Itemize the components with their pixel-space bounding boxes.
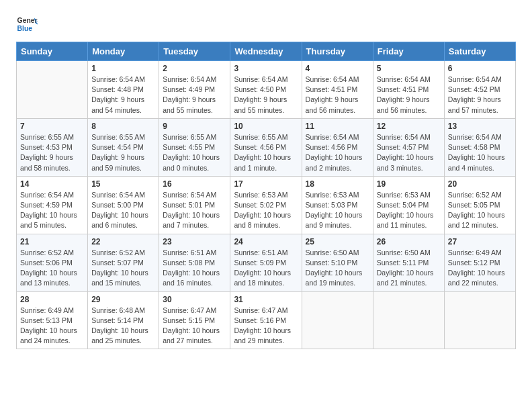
calendar-cell: 20Sunrise: 6:52 AM Sunset: 5:05 PM Dayli… — [444, 176, 515, 234]
day-number: 10 — [234, 122, 298, 131]
calendar-header-cell: Thursday — [302, 42, 373, 61]
calendar-header-cell: Wednesday — [230, 42, 302, 61]
calendar-cell: 22Sunrise: 6:52 AM Sunset: 5:07 PM Dayli… — [88, 234, 159, 291]
day-number: 31 — [234, 295, 298, 304]
calendar-cell: 31Sunrise: 6:47 AM Sunset: 5:16 PM Dayli… — [230, 291, 302, 349]
calendar-cell: 7Sunrise: 6:55 AM Sunset: 4:53 PM Daylig… — [17, 118, 88, 176]
day-number: 13 — [448, 122, 512, 131]
svg-text:Blue: Blue — [17, 25, 33, 32]
calendar-cell: 2Sunrise: 6:54 AM Sunset: 4:49 PM Daylig… — [159, 61, 230, 119]
day-number: 26 — [377, 237, 441, 246]
day-info: Sunrise: 6:52 AM Sunset: 5:06 PM Dayligh… — [20, 248, 84, 289]
day-number: 24 — [234, 237, 298, 246]
calendar-cell: 8Sunrise: 6:55 AM Sunset: 4:54 PM Daylig… — [88, 118, 159, 176]
calendar-cell: 26Sunrise: 6:50 AM Sunset: 5:11 PM Dayli… — [373, 234, 444, 291]
day-number: 9 — [163, 122, 226, 131]
day-info: Sunrise: 6:52 AM Sunset: 5:07 PM Dayligh… — [91, 248, 155, 289]
calendar-cell: 9Sunrise: 6:55 AM Sunset: 4:55 PM Daylig… — [159, 118, 230, 176]
calendar-header-cell: Monday — [88, 42, 159, 61]
day-info: Sunrise: 6:50 AM Sunset: 5:10 PM Dayligh… — [306, 248, 369, 289]
day-number: 17 — [234, 179, 298, 189]
day-info: Sunrise: 6:55 AM Sunset: 4:53 PM Dayligh… — [20, 132, 84, 173]
calendar-header-cell: Sunday — [17, 42, 88, 61]
day-info: Sunrise: 6:53 AM Sunset: 5:03 PM Dayligh… — [306, 190, 369, 231]
day-info: Sunrise: 6:54 AM Sunset: 4:49 PM Dayligh… — [163, 75, 226, 116]
header: General Blue — [16, 13, 516, 35]
day-number: 1 — [91, 64, 155, 73]
day-number: 11 — [306, 122, 369, 131]
calendar-header-cell: Friday — [373, 42, 444, 61]
calendar-cell: 14Sunrise: 6:54 AM Sunset: 4:59 PM Dayli… — [17, 176, 88, 234]
calendar-cell — [444, 291, 515, 349]
day-info: Sunrise: 6:54 AM Sunset: 5:01 PM Dayligh… — [163, 190, 226, 231]
day-info: Sunrise: 6:54 AM Sunset: 4:50 PM Dayligh… — [234, 75, 298, 116]
calendar-cell: 10Sunrise: 6:55 AM Sunset: 4:56 PM Dayli… — [230, 118, 302, 176]
calendar-week-row: 21Sunrise: 6:52 AM Sunset: 5:06 PM Dayli… — [17, 234, 516, 291]
calendar-cell: 28Sunrise: 6:49 AM Sunset: 5:13 PM Dayli… — [17, 291, 88, 349]
day-number: 16 — [163, 179, 226, 189]
day-number: 3 — [234, 64, 298, 73]
day-number: 23 — [163, 237, 226, 246]
day-info: Sunrise: 6:54 AM Sunset: 4:51 PM Dayligh… — [306, 75, 369, 116]
day-number: 18 — [306, 179, 369, 189]
day-number: 21 — [20, 237, 84, 246]
day-info: Sunrise: 6:54 AM Sunset: 4:51 PM Dayligh… — [377, 75, 441, 116]
calendar-cell: 6Sunrise: 6:54 AM Sunset: 4:52 PM Daylig… — [444, 61, 515, 119]
day-number: 14 — [20, 179, 84, 189]
calendar-cell: 12Sunrise: 6:54 AM Sunset: 4:57 PM Dayli… — [373, 118, 444, 176]
day-number: 29 — [91, 295, 155, 304]
calendar-cell: 1Sunrise: 6:54 AM Sunset: 4:48 PM Daylig… — [88, 61, 159, 119]
day-number: 30 — [163, 295, 226, 304]
day-number: 22 — [91, 237, 155, 246]
calendar-cell — [302, 291, 373, 349]
calendar-week-row: 7Sunrise: 6:55 AM Sunset: 4:53 PM Daylig… — [17, 118, 516, 176]
day-info: Sunrise: 6:54 AM Sunset: 4:56 PM Dayligh… — [306, 132, 369, 173]
calendar-cell: 24Sunrise: 6:51 AM Sunset: 5:09 PM Dayli… — [230, 234, 302, 291]
day-info: Sunrise: 6:55 AM Sunset: 4:55 PM Dayligh… — [163, 132, 226, 173]
calendar-cell: 5Sunrise: 6:54 AM Sunset: 4:51 PM Daylig… — [373, 61, 444, 119]
calendar-week-row: 28Sunrise: 6:49 AM Sunset: 5:13 PM Dayli… — [17, 291, 516, 349]
calendar-cell: 21Sunrise: 6:52 AM Sunset: 5:06 PM Dayli… — [17, 234, 88, 291]
day-info: Sunrise: 6:54 AM Sunset: 5:00 PM Dayligh… — [91, 190, 155, 231]
day-number: 20 — [448, 179, 512, 189]
day-info: Sunrise: 6:54 AM Sunset: 4:57 PM Dayligh… — [377, 132, 441, 173]
day-info: Sunrise: 6:55 AM Sunset: 4:56 PM Dayligh… — [234, 132, 298, 173]
calendar-week-row: 1Sunrise: 6:54 AM Sunset: 4:48 PM Daylig… — [17, 61, 516, 119]
day-info: Sunrise: 6:49 AM Sunset: 5:13 PM Dayligh… — [20, 306, 84, 347]
calendar-cell — [373, 291, 444, 349]
calendar-header-row: SundayMondayTuesdayWednesdayThursdayFrid… — [17, 42, 516, 61]
calendar-header-cell: Tuesday — [159, 42, 230, 61]
calendar-cell: 25Sunrise: 6:50 AM Sunset: 5:10 PM Dayli… — [302, 234, 373, 291]
day-info: Sunrise: 6:54 AM Sunset: 4:52 PM Dayligh… — [448, 75, 512, 116]
calendar-cell: 17Sunrise: 6:53 AM Sunset: 5:02 PM Dayli… — [230, 176, 302, 234]
calendar-header-cell: Saturday — [444, 42, 515, 61]
calendar-cell: 30Sunrise: 6:47 AM Sunset: 5:15 PM Dayli… — [159, 291, 230, 349]
day-info: Sunrise: 6:49 AM Sunset: 5:12 PM Dayligh… — [448, 248, 512, 289]
day-info: Sunrise: 6:47 AM Sunset: 5:16 PM Dayligh… — [234, 306, 298, 347]
day-info: Sunrise: 6:54 AM Sunset: 4:48 PM Dayligh… — [91, 75, 155, 116]
calendar-body: 1Sunrise: 6:54 AM Sunset: 4:48 PM Daylig… — [17, 61, 516, 349]
day-info: Sunrise: 6:54 AM Sunset: 4:58 PM Dayligh… — [448, 132, 512, 173]
day-info: Sunrise: 6:51 AM Sunset: 5:09 PM Dayligh… — [234, 248, 298, 289]
calendar-cell: 19Sunrise: 6:53 AM Sunset: 5:04 PM Dayli… — [373, 176, 444, 234]
day-number: 7 — [20, 122, 84, 131]
day-number: 19 — [377, 179, 441, 189]
day-number: 25 — [306, 237, 369, 246]
day-info: Sunrise: 6:48 AM Sunset: 5:14 PM Dayligh… — [91, 306, 155, 347]
day-number: 27 — [448, 237, 512, 246]
logo-icon: General Blue — [16, 13, 38, 35]
calendar-cell: 15Sunrise: 6:54 AM Sunset: 5:00 PM Dayli… — [88, 176, 159, 234]
day-info: Sunrise: 6:55 AM Sunset: 4:54 PM Dayligh… — [91, 132, 155, 173]
day-info: Sunrise: 6:54 AM Sunset: 4:59 PM Dayligh… — [20, 190, 84, 231]
day-number: 28 — [20, 295, 84, 304]
calendar-table: SundayMondayTuesdayWednesdayThursdayFrid… — [16, 42, 516, 349]
calendar-cell: 27Sunrise: 6:49 AM Sunset: 5:12 PM Dayli… — [444, 234, 515, 291]
day-info: Sunrise: 6:53 AM Sunset: 5:02 PM Dayligh… — [234, 190, 298, 231]
calendar-cell: 16Sunrise: 6:54 AM Sunset: 5:01 PM Dayli… — [159, 176, 230, 234]
calendar-cell — [17, 61, 88, 119]
day-number: 6 — [448, 64, 512, 73]
day-number: 8 — [91, 122, 155, 131]
calendar-cell: 18Sunrise: 6:53 AM Sunset: 5:03 PM Dayli… — [302, 176, 373, 234]
day-info: Sunrise: 6:51 AM Sunset: 5:08 PM Dayligh… — [163, 248, 226, 289]
day-number: 12 — [377, 122, 441, 131]
